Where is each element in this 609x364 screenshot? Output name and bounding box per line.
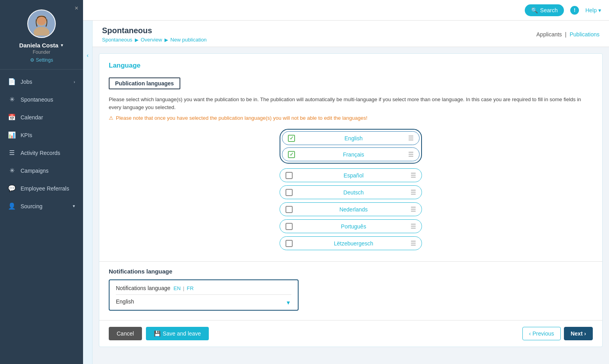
sidebar-item-label: Spontaneous [21,96,53,103]
lang-checkbox-portugues[interactable] [286,223,293,230]
sidebar-item-calendar[interactable]: 📅 Calendar [0,108,83,126]
lang-name-nederlands: Nederlands [297,206,410,213]
sidebar-item-jobs[interactable]: 📄 Jobs › [0,73,83,91]
sidebar-item-label: KPIs [21,132,32,138]
close-icon[interactable]: × [75,5,78,12]
lang-name-espanol: Español [297,172,410,179]
search-icon: 🔍 [531,7,538,13]
settings-link[interactable]: ⚙ Settings [30,57,53,63]
sidebar: × Daniela Costa ▼ Founder ⚙ Settings � [0,0,83,364]
lang-item-english[interactable]: English ☰ [282,131,420,145]
breadcrumb: Spontaneous ▶ Overview ▶ New publication [102,37,207,43]
referrals-icon: 💬 [8,185,16,192]
drag-handle-deutsch[interactable]: ☰ [410,189,416,196]
page-header: Spontaneous Spontaneous ▶ Overview ▶ New… [93,21,609,47]
jobs-icon: 📄 [8,78,16,85]
lang-name-francais: Français [299,151,408,158]
header-separator: | [565,31,567,38]
sidebar-item-activity-records[interactable]: ☰ Activity Records [0,144,83,162]
publications-link[interactable]: Publications [570,31,600,38]
lang-item-nederlands[interactable]: Nederlands ☰ [280,202,422,216]
sidebar-item-label: Jobs [21,79,32,85]
lang-item-portugues[interactable]: Português ☰ [280,219,422,233]
applicants-link-label: Applicants [536,31,562,38]
lang-item-deutsch[interactable]: Deutsch ☰ [280,185,422,199]
breadcrumb-new-publication[interactable]: New publication [170,37,207,43]
lang-opt-sep: | [183,285,184,291]
lang-checkbox-deutsch[interactable] [286,189,293,196]
save-and-leave-button[interactable]: 💾 Save and leave [146,327,209,340]
drag-handle-francais[interactable]: ☰ [408,151,414,158]
help-button[interactable]: Help ▾ [585,7,601,13]
breadcrumb-overview[interactable]: Overview [141,37,162,43]
drag-handle-letzebuergesch[interactable]: ☰ [410,240,416,247]
section-title: Language [109,62,593,70]
campaigns-icon: ✳ [8,167,16,174]
search-button[interactable]: 🔍 Search [525,4,564,16]
spontaneous-icon: ✳ [8,96,16,103]
content-wrapper: ‹ Spontaneous Spontaneous ▶ Overview ▶ N… [83,21,609,364]
sidebar-nav: 📄 Jobs › ✳ Spontaneous 📅 Calendar 📊 KPIs… [0,70,83,364]
notif-lang-label: Notifications language [116,285,170,291]
chevron-down-icon: ▾ [598,7,601,13]
lang-item-espanol[interactable]: Español ☰ [280,168,422,182]
cancel-button[interactable]: Cancel [109,327,142,340]
lang-name-letzebuergesch: Lëtzebuergesch [297,240,410,247]
notif-lang-select[interactable]: English Français Español Deutsch Nederla… [116,298,291,305]
notif-lang-row: Notifications language EN | FR [116,285,291,291]
chevron-left-icon: ‹ [529,330,531,337]
previous-button[interactable]: ‹ Previous [522,327,561,340]
sidebar-item-campaigns[interactable]: ✳ Campaigns [0,162,83,179]
drag-handle-portugues[interactable]: ☰ [410,223,416,230]
svg-point-2 [37,16,46,25]
sidebar-toggle[interactable]: ‹ [83,21,93,364]
sidebar-item-kpis[interactable]: 📊 KPIs [0,126,83,144]
lang-opt-fr[interactable]: FR [187,285,193,291]
pub-lang-tab: Publication languages [109,77,180,89]
breadcrumb-spontaneous[interactable]: Spontaneous [102,37,132,43]
lang-opt-en[interactable]: EN [174,285,181,291]
chevron-down-icon: ▼ [60,43,64,47]
sourcing-icon: 👤 [8,202,16,210]
warning-text: ⚠ Please note that once you have selecte… [109,115,593,121]
avatar [27,9,56,38]
main-area: 🔍 Search ! Help ▾ ‹ Spontaneous Spontane… [83,0,609,364]
lang-name-english: English [299,135,408,141]
breadcrumb-sep-1: ▶ [135,37,138,43]
page-content: Spontaneous Spontaneous ▶ Overview ▶ New… [93,21,609,364]
chevron-down-icon: ▾ [73,204,75,209]
drag-handle-english[interactable]: ☰ [408,134,414,142]
notif-select-wrap: English Français Español Deutsch Nederla… [116,294,291,305]
user-role: Founder [33,49,51,55]
kpis-icon: 📊 [8,131,16,139]
drag-handle-espanol[interactable]: ☰ [410,172,416,179]
sidebar-item-label: Sourcing [21,203,42,209]
lang-checkbox-english[interactable] [288,135,295,142]
sidebar-item-label: Calendar [21,114,43,121]
footer-buttons: Cancel 💾 Save and leave ‹ Previous Next [99,320,602,347]
language-list: English ☰ Français ☰ [280,129,422,250]
lang-item-letzebuergesch[interactable]: Lëtzebuergesch ☰ [280,236,422,250]
info-icon[interactable]: ! [570,6,579,15]
topbar: 🔍 Search ! Help ▾ [83,0,609,21]
lang-checkbox-francais[interactable] [288,151,295,158]
save-icon: 💾 [154,330,161,337]
lang-checkbox-espanol[interactable] [286,172,293,179]
page-title: Spontaneous [102,26,207,35]
lang-checkbox-letzebuergesch[interactable] [286,240,293,247]
chevron-right-icon: › [74,79,75,84]
lang-item-francais[interactable]: Français ☰ [282,147,420,161]
drag-handle-nederlands[interactable]: ☰ [410,206,416,213]
sidebar-item-employee-referrals[interactable]: 💬 Employee Referrals [0,179,83,197]
pub-lang-block: Publication languages Please select whic… [99,70,602,258]
notif-lang-card: Notifications language EN | FR English F… [109,279,299,311]
sidebar-item-spontaneous[interactable]: ✳ Spontaneous [0,91,83,108]
next-button[interactable]: Next › [564,327,593,340]
user-name[interactable]: Daniela Costa ▼ [19,42,64,49]
lang-checkbox-nederlands[interactable] [286,206,293,213]
page-header-left: Spontaneous Spontaneous ▶ Overview ▶ New… [102,26,207,43]
notif-lang-block: Notifications language Notifications lan… [99,261,602,320]
sidebar-profile: Daniela Costa ▼ Founder ⚙ Settings [0,0,83,70]
nav-buttons: ‹ Previous Next › [522,327,593,340]
sidebar-item-sourcing[interactable]: 👤 Sourcing ▾ [0,197,83,215]
